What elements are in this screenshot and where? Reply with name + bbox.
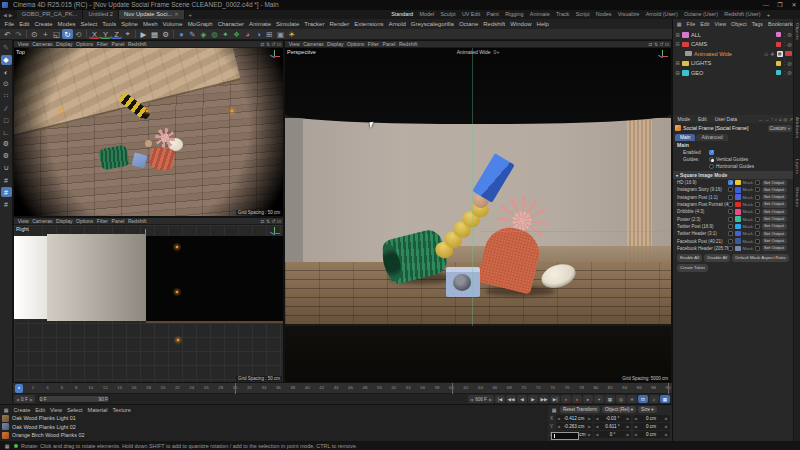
primitive-object-icon[interactable]: ● (176, 29, 187, 39)
snap-magnet-icon[interactable]: ∪ (1, 163, 12, 173)
model-mode-icon[interactable]: ◆ (1, 55, 12, 65)
spinner-left-icon[interactable]: ◀ (634, 416, 637, 421)
layout-tab-sculpt[interactable]: Sculpt (437, 10, 458, 19)
attr-menu-mode[interactable]: Mode (675, 116, 693, 122)
om-menu-tags[interactable]: Tags (749, 21, 765, 27)
size-field[interactable]: ◀0 cm▶ (633, 423, 670, 430)
polygons-mode-icon[interactable]: □ (1, 115, 12, 125)
swap-views-icon[interactable]: ⇅ (654, 42, 658, 47)
field-icon[interactable]: ✦ (220, 29, 231, 39)
coordinate-system-icon[interactable]: ⌖ (122, 29, 133, 39)
viewport-menu-redshift[interactable]: Redshift (397, 41, 419, 47)
material-item[interactable]: Orange Birch Wood Planks 02 (0, 431, 548, 440)
viewport-top-canvas[interactable]: Top Grid Spacing : 50 cm (14, 48, 283, 216)
viewport-menu-filter[interactable]: Filter (95, 218, 110, 224)
mask-checkbox[interactable] (755, 217, 760, 222)
menu-window[interactable]: Window (508, 21, 534, 27)
keyframe-selection-button[interactable]: ● (583, 395, 593, 403)
om-menu-file[interactable]: File (684, 21, 698, 27)
format-color-swatch[interactable] (735, 194, 741, 200)
rotation-field[interactable]: ◀0 °▶ (594, 431, 631, 438)
keying-settings-button[interactable]: ≡ (627, 395, 637, 403)
menu-character[interactable]: Character (215, 21, 246, 27)
target-icon[interactable]: ⊙ (764, 51, 768, 57)
format-color-swatch[interactable] (735, 216, 741, 222)
set-output-button[interactable]: Set Output (762, 238, 787, 244)
grid-snap-icon[interactable]: # (1, 187, 12, 197)
toggle-active-camera-icon[interactable]: ⇄ (648, 42, 652, 47)
preset-dropdown[interactable]: Custom▾ (768, 125, 792, 132)
toggle-active-camera-icon[interactable]: ⇄ (260, 42, 264, 47)
format-enable-checkbox[interactable] (728, 195, 733, 200)
set-output-button[interactable]: Set Output (762, 194, 787, 200)
menu-modes[interactable]: Modes (55, 21, 78, 27)
vertical-guides-radio[interactable] (709, 157, 714, 162)
mask-checkbox[interactable] (755, 246, 760, 251)
rotation-field[interactable]: ◀-0.03 °▶ (594, 415, 631, 422)
object-tree-row[interactable]: ⊞LIGHTS⁚⊘ (673, 59, 794, 69)
enabled-checkbox[interactable] (709, 150, 714, 155)
material-item[interactable]: Oak Wood Planks Light 01 (0, 414, 548, 423)
viewport-top[interactable]: ViewCamerasDisplayOptionsFilterPanelReds… (13, 40, 284, 217)
format-enable-checkbox[interactable] (728, 246, 733, 251)
viewport-menu-panel[interactable]: Panel (381, 41, 397, 47)
material-menu-create[interactable]: Create (11, 407, 33, 413)
set-output-button[interactable]: Set Output (762, 209, 787, 215)
layer-color-swatch[interactable] (776, 32, 781, 37)
material-menu-edit[interactable]: Edit (33, 407, 48, 413)
menu-tracker[interactable]: Tracker (302, 21, 327, 27)
add-document-tab-button[interactable]: + (185, 12, 196, 18)
nav-back-icon[interactable]: ◀ (3, 12, 7, 18)
render-picture-viewer-icon[interactable]: ▦ (149, 29, 160, 39)
panel-menu-icon[interactable]: ▦ (2, 405, 10, 415)
layer-color-swatch[interactable] (776, 61, 781, 66)
spinner-right-icon[interactable]: ▶ (627, 416, 630, 421)
reset-view-icon[interactable]: ↺ (659, 42, 663, 47)
spinner-left-icon[interactable]: ◀ (596, 424, 599, 429)
menu-octane[interactable]: Octane (456, 21, 480, 27)
layout-tab-paint[interactable]: Paint (483, 10, 502, 19)
visibility-icon[interactable]: ⊘ (787, 41, 792, 48)
format-enable-checkbox[interactable] (728, 231, 733, 236)
play-button[interactable]: ▶ (528, 395, 538, 403)
coordinate-mode-dropdown[interactable]: Object (Rel) ▾ (602, 406, 636, 413)
menu-create[interactable]: Create (32, 21, 55, 27)
visibility-icon[interactable]: ⊘ (787, 60, 792, 67)
om-menu-edit[interactable]: Edit (698, 21, 712, 27)
material-item[interactable]: Oak Wood Planks Light 02 (0, 423, 548, 432)
menu-animate[interactable]: Animate (246, 21, 273, 27)
sound-button[interactable]: ♪ (649, 395, 659, 403)
format-enable-checkbox[interactable] (728, 217, 733, 222)
layout-tab-nodes[interactable]: Nodes (593, 10, 615, 19)
grid-scale-icon[interactable]: # (1, 199, 12, 209)
tab-layers[interactable]: Layers (795, 159, 800, 174)
light-dot[interactable] (177, 339, 179, 341)
mask-checkbox[interactable] (755, 180, 760, 185)
lock-icon[interactable]: ◎ (783, 117, 787, 122)
workplane-mode-icon[interactable]: ⊙ (1, 79, 12, 89)
z-axis-button[interactable]: Z (111, 29, 122, 39)
mask-checkbox[interactable] (755, 187, 760, 192)
viewport-menu-view[interactable]: View (287, 41, 301, 47)
mograph-cloner-icon[interactable]: ❖ (231, 29, 242, 39)
spinner-right-icon[interactable]: ▶ (665, 416, 668, 421)
format-color-swatch[interactable] (735, 180, 741, 186)
edit-render-settings-icon[interactable]: ⚙ (160, 29, 171, 39)
environment-icon[interactable]: ◑ (253, 29, 264, 39)
last-tool-icon[interactable]: ⟲ (73, 29, 84, 39)
viewport-menu-cameras[interactable]: Cameras (30, 218, 54, 224)
material-menu-texture[interactable]: Texture (110, 407, 133, 413)
hole-cube-object[interactable] (446, 267, 480, 297)
spinner-left-icon[interactable]: ◀ (634, 432, 637, 437)
expand-toggle-icon[interactable]: ⊞ (675, 70, 680, 76)
layer-color-swatch[interactable] (776, 70, 781, 75)
maximize-viewport-icon[interactable]: ⊡ (277, 42, 281, 47)
layout-tab-rigging[interactable]: Rigging (502, 10, 527, 19)
format-enable-checkbox[interactable] (728, 187, 733, 192)
grid-quantize-icon[interactable]: # (1, 175, 12, 185)
menu-extensions[interactable]: Extensions (352, 21, 386, 27)
viewport-perspective-canvas[interactable]: Perspective Animated Wide 0+ Grid Spacin… (285, 48, 671, 382)
layout-tab-octane-user-[interactable]: Octane (User) (681, 10, 721, 19)
render-preview-button[interactable]: ▦ (660, 395, 670, 403)
go-to-start-button[interactable]: |◀ (495, 395, 505, 403)
